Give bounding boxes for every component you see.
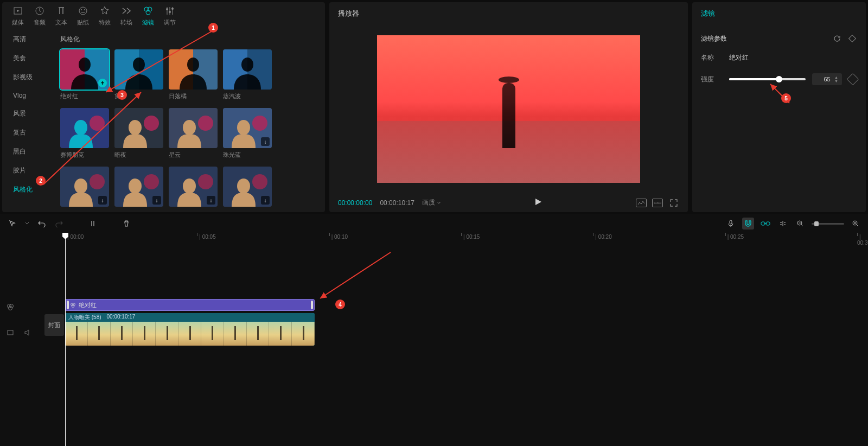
- name-value: 绝对红: [729, 53, 749, 62]
- zoom-slider[interactable]: [812, 218, 844, 230]
- player-panel: 播放器 00:00:00:00 00:00:10:17 画质 ▭▭: [329, 2, 688, 212]
- annotation-5: 5: [781, 93, 791, 103]
- sidebar-cat-3[interactable]: Vlog: [13, 92, 54, 99]
- player-controls: 00:00:00:00 00:00:10:17 画质 ▭▭: [329, 193, 688, 212]
- filter-clip-icon: [70, 302, 76, 308]
- cursor-tool[interactable]: [7, 218, 18, 230]
- ratio-icon[interactable]: ▭▭: [652, 199, 663, 207]
- play-button[interactable]: [534, 197, 542, 208]
- link-tool[interactable]: [760, 218, 771, 230]
- sidebar-cat-1[interactable]: 美食: [13, 54, 54, 63]
- filter-item-10[interactable]: ↓: [169, 167, 218, 209]
- svg-point-54: [9, 307, 12, 310]
- filter-item-3[interactable]: 蒸汽波: [223, 49, 272, 100]
- annotation-4: 4: [335, 300, 345, 309]
- cover-button[interactable]: 封面: [44, 314, 64, 336]
- filter-item-8[interactable]: ↓: [60, 167, 109, 209]
- download-icon[interactable]: ↓: [261, 196, 270, 205]
- svg-point-3: [81, 9, 82, 10]
- strength-slider[interactable]: [729, 78, 806, 80]
- strength-keyframe-button[interactable]: [847, 73, 859, 86]
- sidebar-cat-2[interactable]: 影视级: [13, 73, 54, 82]
- strength-input[interactable]: 65 ▲▼: [812, 73, 842, 85]
- quality-selector[interactable]: 画质: [422, 198, 441, 207]
- svg-point-2: [79, 7, 87, 15]
- split-tool[interactable]: [87, 218, 99, 230]
- filter-item-7[interactable]: ↓珠光蓝: [223, 108, 272, 159]
- name-label: 名称: [701, 53, 723, 62]
- preview-axis-tool[interactable]: [777, 218, 789, 230]
- filter-item-4[interactable]: 赛博朋克: [60, 108, 109, 159]
- sidebar-cat-5[interactable]: 复古: [13, 128, 54, 137]
- svg-point-33: [252, 116, 267, 131]
- svg-point-31: [183, 120, 196, 135]
- filter-clip[interactable]: 绝对红: [65, 299, 315, 311]
- top-tab-0[interactable]: 媒体: [12, 5, 24, 29]
- mic-icon[interactable]: [725, 218, 737, 230]
- time-duration: 00:00:10:17: [380, 199, 414, 207]
- sidebar-cat-6[interactable]: 黑白: [13, 147, 54, 156]
- playhead[interactable]: [65, 233, 66, 446]
- top-tab-3[interactable]: 贴纸: [77, 5, 89, 29]
- mute-track-icon[interactable]: [24, 329, 31, 338]
- filter-item-2[interactable]: 日落橘: [169, 49, 218, 100]
- filter-item-5[interactable]: 暗夜: [114, 108, 163, 159]
- lock-track-icon[interactable]: [7, 329, 14, 338]
- filter-track-icon[interactable]: [7, 303, 14, 313]
- svg-point-30: [198, 116, 213, 131]
- time-current: 00:00:00:00: [338, 199, 372, 207]
- filter-item-11[interactable]: ↓: [223, 167, 272, 209]
- download-icon[interactable]: ↓: [98, 196, 107, 205]
- svg-point-24: [90, 116, 105, 131]
- sidebar-cat-0[interactable]: 高清: [13, 35, 54, 44]
- filter-clip-label: 绝对红: [79, 301, 97, 309]
- top-tabs: 媒体音频文本贴纸特效转场滤镜调节: [2, 2, 325, 29]
- zoom-out-icon[interactable]: [794, 218, 806, 230]
- filter-params-panel: 滤镜 滤镜参数 名称 绝对红 强度 65 ▲▼: [692, 2, 866, 212]
- svg-point-39: [144, 174, 159, 189]
- timeline-ruler[interactable]: | 00:00| 00:05| 00:10| 00:15| 00:20| 00:…: [65, 233, 868, 245]
- annotation-3: 3: [117, 90, 127, 100]
- video-preview[interactable]: [329, 25, 688, 193]
- sidebar-cat-7[interactable]: 胶片: [13, 166, 54, 175]
- zoom-in-icon[interactable]: [850, 218, 861, 230]
- download-icon[interactable]: ↓: [207, 196, 215, 205]
- strength-label: 强度: [701, 75, 723, 84]
- top-tab-7[interactable]: 调节: [164, 5, 176, 29]
- timeline-panel: | 00:00| 00:05| 00:10| 00:15| 00:20| 00:…: [0, 214, 868, 446]
- redo-button[interactable]: [53, 218, 65, 230]
- svg-rect-55: [8, 330, 13, 335]
- compare-icon[interactable]: [636, 199, 647, 207]
- fullscreen-icon[interactable]: [668, 199, 679, 207]
- download-icon[interactable]: ↓: [261, 137, 270, 146]
- svg-point-37: [74, 179, 87, 194]
- player-title: 播放器: [329, 2, 688, 25]
- svg-point-27: [144, 116, 159, 131]
- sidebar-cat-4[interactable]: 风景: [13, 109, 54, 118]
- top-tab-2[interactable]: 文本: [55, 5, 67, 29]
- video-clip[interactable]: 人物唯美 (58) 00:00:10:17: [65, 313, 315, 346]
- filter-item-9[interactable]: ↓: [114, 167, 163, 209]
- reset-icon[interactable]: [832, 34, 842, 43]
- top-tab-4[interactable]: 特效: [99, 5, 111, 29]
- top-tab-5[interactable]: 转场: [120, 5, 132, 29]
- sidebar-cat-8[interactable]: 风格化: [13, 185, 54, 194]
- top-tab-1[interactable]: 音频: [34, 5, 46, 29]
- download-icon[interactable]: ↓: [152, 196, 161, 205]
- add-icon[interactable]: +: [98, 79, 107, 87]
- filter-item-6[interactable]: 星云: [169, 108, 218, 159]
- filter-item-0[interactable]: +绝对红: [60, 49, 109, 100]
- keyframe-diamond-icon[interactable]: [847, 34, 857, 43]
- undo-button[interactable]: [36, 218, 48, 230]
- cursor-dropdown[interactable]: [24, 218, 30, 230]
- library-panel: 媒体音频文本贴纸特效转场滤镜调节 高清美食影视级Vlog风景复古黑白胶片风格化 …: [2, 2, 325, 212]
- top-tab-6[interactable]: 滤镜: [142, 5, 154, 29]
- svg-point-34: [237, 120, 250, 135]
- svg-point-40: [129, 179, 142, 194]
- svg-point-25: [74, 120, 87, 135]
- delete-tool[interactable]: [120, 218, 132, 230]
- magnet-tool[interactable]: [742, 218, 754, 230]
- svg-point-9: [169, 11, 171, 13]
- svg-point-43: [183, 179, 196, 194]
- svg-point-16: [133, 58, 145, 72]
